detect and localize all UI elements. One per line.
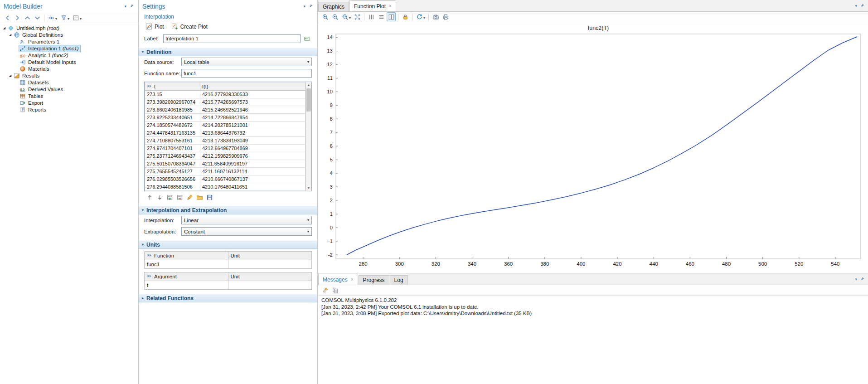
table-row[interactable]: 273.398209029670744215.774265697573 (145, 98, 305, 106)
copy-icon[interactable] (330, 286, 339, 295)
print-icon[interactable] (441, 12, 450, 21)
refresh-plot-icon[interactable] (415, 12, 424, 21)
unit-value-cell[interactable] (228, 260, 312, 269)
cell-t[interactable]: 276.2944088581506 (145, 183, 200, 191)
section-related-functions[interactable]: ▸ Related Functions (139, 294, 317, 302)
table-row[interactable]: 274.97417044071014212.664967784869 (145, 145, 305, 152)
cell-t[interactable]: 274.1850574482672 (145, 122, 200, 129)
nav-right-icon[interactable] (13, 13, 22, 22)
data-source-select[interactable]: Local table ▾ (181, 58, 312, 66)
plot-button[interactable]: Plot (142, 22, 167, 31)
tree-item-results[interactable]: ◢Results (0, 72, 138, 79)
zoom-box-icon-dropdown[interactable]: ▾ (349, 16, 351, 20)
tree-filter-icon[interactable] (59, 13, 68, 22)
nav-down-icon[interactable] (33, 13, 42, 22)
pin-icon[interactable] (859, 276, 865, 282)
move-down-icon[interactable] (155, 193, 164, 202)
tree-item-untitled-mph[interactable]: ◢Untitled.mph(root) (0, 24, 138, 31)
cell-ft[interactable]: 4215.246692521946 (200, 106, 305, 114)
grid-lines-icon[interactable] (377, 12, 386, 21)
expand-toggle-icon[interactable]: ◢ (8, 33, 13, 37)
column-header-ft[interactable]: f(t) (200, 83, 305, 91)
tree-item-datasets[interactable]: Datasets (0, 79, 138, 86)
tab-progress[interactable]: Progress (359, 275, 389, 285)
scrollbar-track[interactable] (306, 88, 311, 185)
zoom-box-icon[interactable] (340, 12, 349, 21)
label-input[interactable] (163, 34, 301, 43)
cell-t[interactable]: 275.23771246943437 (145, 152, 200, 160)
column-header-t[interactable]: t (145, 83, 200, 91)
table-scrollbar[interactable]: ▲ ▼ (305, 82, 311, 191)
snapshot-icon[interactable] (431, 12, 440, 21)
cell-ft[interactable]: 4213.173839193049 (200, 137, 305, 145)
cell-t[interactable]: 273.9225233440651 (145, 114, 200, 122)
table-row[interactable]: 275.237712469434374212.159825909976 (145, 152, 305, 160)
function-name-input[interactable] (181, 69, 312, 78)
tree-item-interpolation-1[interactable]: Interpolation 1(func1) (0, 45, 138, 52)
section-units[interactable]: ▾ Units (139, 240, 317, 249)
cell-t[interactable]: 273.39820902967074 (145, 98, 200, 106)
cell-ft[interactable]: 4211.160716132114 (200, 168, 305, 175)
section-definition[interactable]: ▾ Definition (139, 48, 317, 56)
save-file-icon[interactable] (205, 193, 214, 202)
graphics-menu-icon[interactable]: ▾ (855, 4, 857, 8)
cell-t[interactable]: 274.44784317163135 (145, 129, 200, 137)
tree-item-global-definitions[interactable]: ◢Global Definitions (0, 31, 138, 38)
zoom-in-icon[interactable] (320, 12, 330, 21)
cell-t[interactable]: 276.02985503526656 (145, 175, 200, 183)
plot-area[interactable]: func2(T)28030032034036038040042044046048… (318, 22, 868, 273)
zoom-extents-icon[interactable] (353, 12, 362, 21)
table-row[interactable]: 276.029855035266564210.666740867137 (145, 175, 305, 183)
expand-toggle-icon[interactable]: ◢ (8, 74, 13, 78)
table-row[interactable]: 274.447843171631354213.68644376732 (145, 129, 305, 137)
nav-up-icon[interactable] (23, 13, 32, 22)
tab-graphics[interactable]: Graphics (318, 2, 349, 11)
interpolation-select[interactable]: Linear ▾ (181, 216, 312, 224)
tab-function-plot[interactable]: Function Plot× (349, 0, 396, 11)
table-row[interactable]: 275.501507083340474211.658409916197 (145, 160, 305, 168)
cell-ft[interactable]: 4213.68644376732 (200, 129, 305, 137)
delete-row-icon[interactable] (175, 193, 184, 202)
tree-item-reports[interactable]: Reports (0, 106, 138, 113)
tree-item-analytic-1[interactable]: f(x)Analytic 1(func2) (0, 52, 138, 58)
tree-filter-icon-dropdown[interactable]: ▾ (68, 17, 69, 21)
refresh-plot-icon-dropdown[interactable]: ▾ (423, 16, 425, 20)
extrapolation-select[interactable]: Constant ▾ (181, 227, 312, 236)
tab-close-icon[interactable]: × (351, 277, 354, 282)
show-axes-icon[interactable] (387, 12, 396, 21)
pin-icon[interactable] (128, 3, 135, 10)
move-up-icon[interactable] (145, 193, 154, 202)
unit-value-cell[interactable] (228, 281, 312, 290)
scrollbar-thumb[interactable] (306, 88, 311, 112)
settings-menu-icon[interactable]: ▾ (303, 4, 305, 9)
table-row[interactable]: 274.71088075531614213.173839193049 (145, 137, 305, 145)
scroll-up-icon[interactable]: ▲ (306, 82, 311, 88)
tree-item-export[interactable]: Export (0, 99, 138, 106)
pin-icon[interactable] (859, 3, 865, 9)
columns-icon-dropdown[interactable]: ▾ (80, 17, 82, 21)
cell-t[interactable]: 275.50150708334047 (145, 160, 200, 168)
zoom-out-icon[interactable] (330, 12, 339, 21)
model-builder-menu-icon[interactable]: ▾ (124, 4, 126, 9)
load-file-icon[interactable] (195, 193, 204, 202)
table-row[interactable]: 273.92252334406514214.722866847854 (145, 114, 305, 122)
show-hide-icon-dropdown[interactable]: ▾ (55, 17, 57, 21)
y-axis-data-icon[interactable] (367, 12, 376, 21)
cell-t[interactable]: 273.6602406180985 (145, 106, 200, 114)
cell-ft[interactable]: 4211.658409916197 (200, 160, 305, 168)
cell-t[interactable]: 275.7655545245127 (145, 168, 200, 175)
table-row[interactable]: 274.18505744826724214.202785121001 (145, 122, 305, 129)
cell-ft[interactable]: 4210.666740867137 (200, 175, 305, 183)
tree-item-tables[interactable]: Tables (0, 92, 138, 99)
tree-item-materials[interactable]: Materials (0, 65, 138, 72)
function-plot[interactable]: func2(T)28030032034036038040042044046048… (318, 22, 868, 272)
tree-item-parameters-1[interactable]: PiParameters 1 (0, 38, 138, 45)
table-row[interactable]: 273.66024061809854215.246692521946 (145, 106, 305, 114)
cell-t[interactable]: 274.7108807553161 (145, 137, 200, 145)
table-row[interactable]: 273.154216.277939330533 (145, 91, 305, 98)
tree-item-default-model-inputs[interactable]: Default Model Inputs (0, 58, 138, 65)
table-row[interactable]: 275.76555452451274211.160716132114 (145, 168, 305, 175)
nav-left-icon[interactable] (3, 13, 12, 22)
lock-axes-icon[interactable] (401, 12, 410, 21)
insert-row-icon[interactable] (165, 193, 174, 202)
